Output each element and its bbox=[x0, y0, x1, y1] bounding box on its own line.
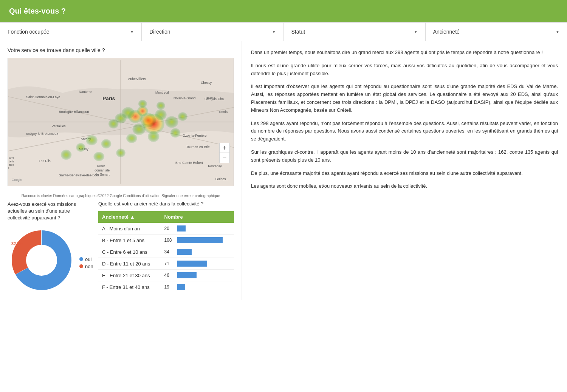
map-section-title: Votre service se trouve dans quelle vill… bbox=[8, 47, 234, 53]
table-row: F - Entre 31 et 40 ans19 bbox=[98, 281, 234, 293]
svg-text:allée: allée bbox=[9, 164, 14, 166]
filter-direction-label: Direction bbox=[149, 29, 170, 35]
svg-text:Brie-Comte-Robert: Brie-Comte-Robert bbox=[175, 161, 203, 165]
svg-text:Versailles: Versailles bbox=[52, 124, 66, 128]
svg-text:Noisy-le-Grand: Noisy-le-Grand bbox=[174, 96, 195, 100]
svg-text:turel: turel bbox=[9, 157, 14, 159]
anciennete-value: 20 bbox=[161, 223, 234, 235]
svg-text:Saint-Germain-en-Laye: Saint-Germain-en-Laye bbox=[26, 95, 60, 99]
table-row: A - Moins d'un an20 bbox=[98, 223, 234, 235]
table-row: E - Entre 21 et 30 ans46 bbox=[98, 270, 234, 281]
svg-text:ontigny-le-Bretonneux: ontigny-le-Bretonneux bbox=[26, 132, 58, 136]
chevron-down-icon: ▼ bbox=[414, 30, 418, 34]
right-panel-paragraph: Il nous est d'une grande utilité pour mi… bbox=[251, 62, 558, 78]
legend-non-dot bbox=[79, 264, 83, 268]
svg-text:Serris: Serris bbox=[219, 110, 228, 114]
filter-fonction-label: Fonction occupée bbox=[8, 29, 50, 35]
table-title: Quelle est votre ancienneté dans la coll… bbox=[98, 201, 234, 207]
map-footer: Raccourcis clavier Données cartographiqu… bbox=[8, 194, 234, 198]
svg-point-51 bbox=[93, 152, 104, 161]
svg-point-54 bbox=[178, 112, 187, 121]
bottom-section: Avez-vous exercé vos missions actuelles … bbox=[8, 201, 234, 294]
chevron-down-icon: ▼ bbox=[272, 30, 276, 34]
filter-direction[interactable]: Direction ▼ bbox=[142, 23, 284, 41]
right-panel-paragraph: De plus, une écrasante majorité des agen… bbox=[251, 170, 558, 177]
anciennete-label: B - Entre 1 et 5 ans bbox=[98, 235, 161, 246]
chevron-down-icon: ▼ bbox=[130, 30, 134, 34]
map-svg: Saint-Germain-en-Laye Nanterre Aubervill… bbox=[8, 58, 234, 186]
zoom-out-button[interactable]: − bbox=[220, 153, 229, 163]
right-panel-paragraph: Les 298 agents ayant répondu, n'ont pas … bbox=[251, 120, 558, 143]
svg-point-46 bbox=[126, 134, 137, 143]
anciennete-value: 71 bbox=[161, 258, 234, 270]
svg-point-50 bbox=[61, 150, 72, 160]
svg-text:de la: de la bbox=[9, 160, 14, 163]
filter-anciennete[interactable]: Ancienneté ▼ bbox=[426, 23, 567, 41]
filter-statut-label: Statut bbox=[291, 29, 305, 35]
legend-oui-label: oui bbox=[85, 256, 91, 262]
svg-point-56 bbox=[138, 100, 147, 108]
anciennete-label: C - Entre 6 et 10 ans bbox=[98, 246, 161, 258]
svg-text:domaniale: domaniale bbox=[94, 168, 110, 172]
svg-point-59 bbox=[26, 245, 57, 275]
svg-text:Les Ulis: Les Ulis bbox=[39, 159, 51, 163]
svg-text:Torcy: Torcy bbox=[206, 96, 214, 100]
right-panel-paragraph: Dans un premier temps, nous souhaitons d… bbox=[251, 49, 558, 57]
map-container[interactable]: Saint-Germain-en-Laye Nanterre Aubervill… bbox=[8, 58, 234, 186]
map-zoom-controls: + − bbox=[219, 143, 230, 163]
anciennete-value: 46 bbox=[161, 270, 234, 281]
svg-point-40 bbox=[155, 109, 167, 120]
col-anciennete-header: Ancienneté ▲ bbox=[98, 211, 161, 223]
zoom-in-button[interactable]: + bbox=[220, 143, 229, 153]
anciennete-table-section: Quelle est votre ancienneté dans la coll… bbox=[98, 201, 234, 294]
svg-point-49 bbox=[76, 143, 85, 152]
svg-text:Forêt: Forêt bbox=[97, 164, 105, 168]
svg-text:Fontenay...: Fontenay... bbox=[208, 164, 225, 168]
right-panel-paragraph: Sur les graphiques ci-contre, il apparaî… bbox=[251, 148, 558, 164]
svg-text:Nanterre: Nanterre bbox=[79, 90, 92, 94]
svg-text:Google: Google bbox=[12, 178, 22, 182]
svg-point-45 bbox=[148, 131, 160, 142]
legend-non-label: non bbox=[85, 264, 93, 269]
filter-statut[interactable]: Statut ▼ bbox=[284, 23, 426, 41]
legend-non: non bbox=[79, 264, 93, 269]
svg-point-48 bbox=[86, 135, 98, 145]
chevron-down-icon: ▼ bbox=[556, 30, 559, 34]
anciennete-label: D - Entre 11 et 20 ans bbox=[98, 258, 161, 270]
anciennete-value: 108 bbox=[161, 235, 234, 246]
svg-text:Aubervilliers: Aubervilliers bbox=[128, 77, 146, 81]
page-title: Qui êtes-vous ? bbox=[9, 7, 558, 15]
svg-text:Paris: Paris bbox=[102, 96, 115, 101]
col-nombre-header: Nombre bbox=[161, 211, 234, 223]
donut-legend: oui non bbox=[79, 256, 93, 271]
svg-point-44 bbox=[132, 123, 146, 135]
svg-text:Chessy: Chessy bbox=[201, 81, 212, 85]
anciennete-value: 19 bbox=[161, 281, 234, 293]
svg-point-52 bbox=[116, 148, 125, 157]
svg-point-41 bbox=[165, 116, 178, 128]
svg-text:Boulogne-Billancourt: Boulogne-Billancourt bbox=[59, 110, 89, 114]
filter-fonction[interactable]: Fonction occupée ▼ bbox=[0, 23, 142, 41]
svg-point-53 bbox=[170, 128, 180, 137]
right-panel: Dans un premier temps, nous souhaitons d… bbox=[242, 41, 567, 300]
svg-text:Tournan-en-Brie: Tournan-en-Brie bbox=[186, 145, 210, 149]
svg-point-43 bbox=[108, 119, 119, 128]
filter-anciennete-label: Ancienneté bbox=[433, 29, 460, 35]
donut-label-oui: 67,3% bbox=[33, 284, 45, 289]
legend-oui: oui bbox=[79, 256, 93, 262]
svg-text:e: e bbox=[8, 167, 9, 169]
svg-text:Sainte-Geneviève-des-Bois: Sainte-Geneviève-des-Bois bbox=[59, 173, 99, 177]
svg-text:Ozoir-la-Ferrière: Ozoir-la-Ferrière bbox=[183, 134, 207, 137]
legend-oui-dot bbox=[79, 257, 83, 261]
table-row: C - Entre 6 et 10 ans34 bbox=[98, 246, 234, 258]
table-row: B - Entre 1 et 5 ans108 bbox=[98, 235, 234, 246]
svg-point-47 bbox=[101, 139, 112, 148]
donut-svg bbox=[8, 226, 76, 294]
donut-label-non: 32,7% bbox=[11, 241, 23, 246]
right-panel-paragraph: Il est important d'observer que les agen… bbox=[251, 83, 558, 114]
page-header: Qui êtes-vous ? bbox=[0, 0, 567, 22]
donut-chart: 32,7% 67,3% bbox=[8, 226, 76, 294]
table-row: D - Entre 11 et 20 ans71 bbox=[98, 258, 234, 270]
donut-section: Avez-vous exercé vos missions actuelles … bbox=[8, 201, 91, 294]
right-panel-paragraph: Les agents sont donc mobiles, et/ou nouv… bbox=[251, 182, 558, 190]
